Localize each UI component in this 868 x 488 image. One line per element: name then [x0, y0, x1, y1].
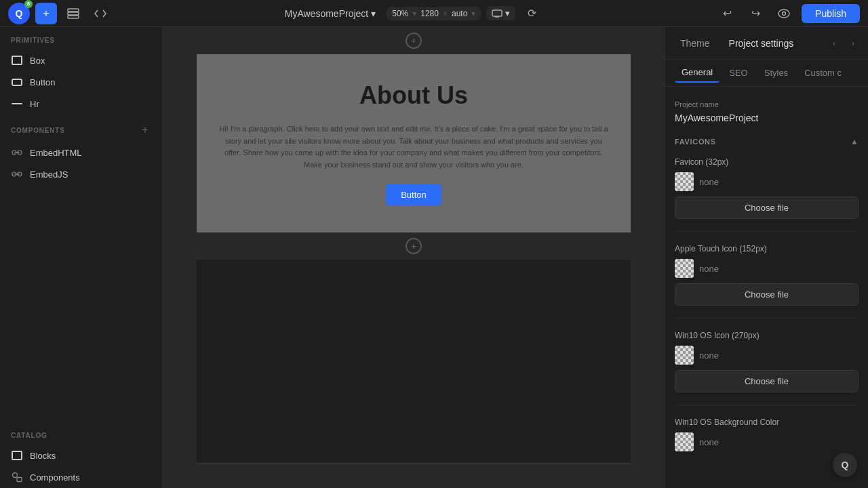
- redo-button[interactable]: ↪: [745, 3, 766, 24]
- code-icon: [94, 9, 106, 18]
- canvas-frame[interactable]: About Us Hi! I'm a paragraph. Click here…: [197, 54, 631, 232]
- sidebar-item-blocks[interactable]: Blocks: [0, 445, 162, 466]
- plus-icon: +: [411, 36, 416, 45]
- win10-os-label: Win10 OS Icon (270px): [675, 331, 859, 340]
- favicon-32-value: none: [699, 177, 719, 187]
- help-button[interactable]: Q: [833, 453, 857, 477]
- undo-icon: ↩: [723, 7, 732, 20]
- subtab-seo[interactable]: SEO: [722, 64, 754, 82]
- canvas-title[interactable]: About Us: [359, 81, 468, 110]
- win10-os-value: none: [699, 350, 719, 361]
- canvas-empty-section[interactable]: [197, 260, 631, 463]
- add-section-top-button[interactable]: +: [406, 33, 422, 49]
- divider-3: [675, 405, 859, 405]
- sidebar-item-components[interactable]: Components: [0, 466, 162, 488]
- favicons-section-header: FAVICONS ▲: [675, 137, 859, 146]
- undo-button[interactable]: ↩: [716, 3, 738, 24]
- layers-button[interactable]: [62, 3, 84, 24]
- tab-project-settings[interactable]: Project settings: [721, 33, 802, 54]
- canvas-frame-inner: About Us Hi! I'm a paragraph. Click here…: [197, 54, 631, 232]
- panel-nav-prev[interactable]: ‹: [826, 35, 842, 52]
- panel-nav-next[interactable]: ›: [845, 35, 861, 52]
- publish-button[interactable]: Publish: [802, 4, 860, 23]
- box-icon: [12, 56, 22, 65]
- main-layout: PRIMITIVES Box Button Hr COMPONENTS +: [0, 27, 868, 488]
- add-element-button[interactable]: +: [35, 3, 57, 24]
- favicon-32-input-row: none: [675, 172, 859, 191]
- sidebar-item-embed-html[interactable]: EmbedHTML: [0, 142, 162, 163]
- canvas-height: auto: [452, 9, 467, 18]
- subtab-general[interactable]: General: [675, 63, 719, 83]
- svg-rect-1: [68, 12, 79, 15]
- project-name-display[interactable]: MyAwesomeProject ▾: [285, 8, 376, 19]
- primitives-section-label: PRIMITIVES: [0, 27, 162, 49]
- canvas-area[interactable]: + About Us Hi! I'm a paragraph. Click he…: [163, 27, 665, 488]
- canvas-button[interactable]: Button: [386, 184, 441, 205]
- apple-touch-row: Apple Touch Icon (152px) none Choose fil…: [675, 244, 859, 306]
- add-component-button[interactable]: +: [139, 124, 151, 136]
- components-section-header: COMPONENTS +: [0, 115, 162, 142]
- sidebar-item-label: Button: [30, 77, 56, 87]
- catalog-section-label: CATALOG: [0, 422, 162, 445]
- topbar-center: MyAwesomeProject ▾ 50% ▾ 1280 × auto ▾ ▾…: [285, 3, 543, 24]
- plus-icon: +: [43, 7, 49, 20]
- rotate-button[interactable]: ⟳: [521, 3, 542, 24]
- win10-bg-row: Win10 OS Background Color none: [675, 418, 859, 451]
- apple-touch-input-row: none: [675, 259, 859, 278]
- svg-rect-15: [17, 478, 22, 482]
- desktop-icon: [492, 9, 502, 18]
- logo-letter: Q: [16, 8, 23, 19]
- rotate-icon: ⟳: [528, 7, 536, 20]
- favicon-32-row: Favicon (32px) none Choose file: [675, 157, 859, 219]
- apple-touch-label: Apple Touch Icon (152px): [675, 244, 859, 253]
- favicons-label: FAVICONS: [675, 138, 716, 146]
- help-icon: Q: [842, 460, 849, 470]
- logo-button[interactable]: Q 8: [8, 3, 30, 24]
- topbar-right: ↩ ↪ Publish: [716, 3, 860, 24]
- preview-button[interactable]: [773, 3, 795, 24]
- topbar: Q 8 + MyAwesomeProject ▾ 50% ▾: [0, 0, 868, 27]
- win10-os-input-row: none: [675, 346, 859, 365]
- sidebar-item-hr[interactable]: Hr: [0, 93, 162, 115]
- win10-bg-value: none: [699, 437, 719, 447]
- sidebar-item-label: Blocks: [30, 451, 56, 461]
- sidebar-item-label: Components: [30, 472, 80, 483]
- sidebar-item-box[interactable]: Box: [0, 49, 162, 71]
- code-button[interactable]: [90, 3, 111, 24]
- chevron-down-icon: ▾: [371, 8, 376, 19]
- apple-touch-choose-button[interactable]: Choose file: [675, 283, 859, 306]
- zoom-controls[interactable]: 50% ▾ 1280 × auto ▾: [387, 7, 481, 20]
- win10-os-checker: [675, 346, 694, 365]
- sidebar-item-button[interactable]: Button: [0, 71, 162, 93]
- subtab-custom-code[interactable]: Custom c: [797, 64, 848, 82]
- svg-rect-0: [68, 9, 79, 12]
- subtab-styles[interactable]: Styles: [757, 64, 795, 82]
- sidebar-item-embed-js[interactable]: EmbedJS: [0, 163, 162, 185]
- win10-bg-input-row: none: [675, 432, 859, 451]
- button-icon: [12, 79, 22, 86]
- canvas-rule: [197, 463, 631, 464]
- panel-subtabs: General SEO Styles Custom c: [665, 60, 868, 87]
- add-section-middle-button[interactable]: +: [406, 238, 422, 254]
- redo-icon: ↪: [751, 7, 760, 20]
- divider-2: [675, 318, 859, 319]
- embed-js-icon: [12, 169, 22, 180]
- win10-os-row: Win10 OS Icon (270px) none Choose file: [675, 331, 859, 392]
- zoom-level: 50%: [392, 9, 408, 18]
- canvas-body-text[interactable]: Hi! I'm a paragraph. Click here to add y…: [217, 123, 610, 171]
- sidebar-item-label: EmbedJS: [30, 169, 68, 180]
- device-selector[interactable]: ▾: [486, 6, 515, 20]
- favicon-32-checker: [675, 172, 694, 191]
- project-name-value: MyAwesomeProject: [675, 113, 859, 123]
- svg-point-7: [783, 12, 786, 15]
- embed-html-icon: [12, 147, 22, 158]
- win10-bg-checker: [675, 432, 694, 451]
- topbar-left: Q 8 +: [8, 3, 111, 24]
- win10-os-choose-button[interactable]: Choose file: [675, 370, 859, 392]
- tab-theme[interactable]: Theme: [672, 33, 718, 54]
- project-name-text: MyAwesomeProject: [285, 8, 368, 19]
- svg-rect-3: [492, 10, 502, 16]
- left-sidebar: PRIMITIVES Box Button Hr COMPONENTS +: [0, 27, 163, 488]
- favicon-32-choose-button[interactable]: Choose file: [675, 197, 859, 219]
- favicons-collapse-button[interactable]: ▲: [850, 137, 859, 146]
